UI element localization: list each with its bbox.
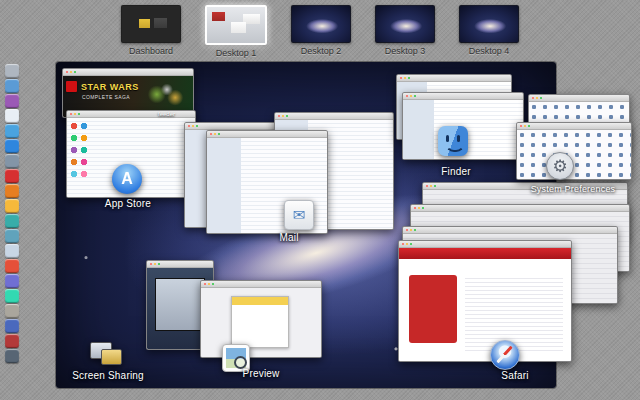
preview-content	[201, 288, 321, 357]
dock-app-icon[interactable]	[5, 259, 19, 273]
window-group-preview: Preview	[196, 278, 326, 382]
dock-app-icon[interactable]	[5, 139, 19, 153]
group-label-mail: Mail	[184, 232, 394, 243]
group-label-system-preferences: System Preferences	[512, 184, 634, 194]
window-titlebar	[517, 123, 631, 130]
app-store-icon-glyph: A	[121, 170, 133, 188]
window-titlebar	[411, 205, 629, 212]
space-thumbnail-desktop-4[interactable]	[459, 5, 519, 43]
banner-subtitle: COMPLETE SAGA	[82, 94, 130, 100]
dock-app-icon[interactable]	[5, 169, 19, 183]
dock-app-icon[interactable]	[5, 94, 19, 108]
window-group-mail: ✉ Mail	[184, 112, 394, 246]
group-label-screen-sharing: Screen Sharing	[56, 370, 160, 381]
preview-window-thumbnail[interactable]	[200, 280, 322, 358]
window-titlebar	[63, 69, 193, 76]
dock-app-icon[interactable]	[5, 319, 19, 333]
featured-app-label: feeder	[158, 111, 175, 117]
dock-app-icon[interactable]	[5, 109, 19, 123]
window-group-system-preferences: ⚙ System Preferences	[512, 94, 634, 198]
space-label: Desktop 3	[385, 46, 426, 56]
group-label-finder: Finder	[388, 166, 524, 177]
safari-window-thumbnail[interactable]	[398, 240, 572, 362]
dock	[2, 64, 21, 363]
space-desktop-2[interactable]: Desktop 2	[291, 5, 351, 58]
window-titlebar	[207, 131, 327, 138]
app-store-icon[interactable]: A	[112, 164, 142, 194]
space-label: Desktop 2	[301, 46, 342, 56]
window-titlebar	[201, 281, 321, 288]
space-thumbnail-desktop-3[interactable]	[375, 5, 435, 43]
group-label-preview: Preview	[196, 368, 326, 379]
system-preferences-window-thumbnail[interactable]	[516, 122, 632, 180]
lego-logo-icon	[66, 81, 77, 92]
dock-app-icon[interactable]	[5, 154, 19, 168]
safari-icon[interactable]	[490, 340, 520, 370]
window-group-app-store: STAR WARS COMPLETE SAGA feeder A App Sto…	[58, 66, 198, 212]
window-titlebar	[399, 241, 571, 248]
group-label-app-store: App Store	[58, 198, 198, 209]
window-group-safari: Safari	[396, 182, 634, 382]
system-preferences-gear-icon[interactable]: ⚙	[546, 152, 574, 180]
window-titlebar	[185, 123, 283, 130]
dock-app-icon[interactable]	[5, 334, 19, 348]
gear-icon-glyph: ⚙	[552, 158, 567, 175]
window-titlebar	[275, 113, 393, 120]
space-label: Desktop 4	[469, 46, 510, 56]
dock-app-icon[interactable]	[5, 244, 19, 258]
dock-app-icon[interactable]	[5, 304, 19, 318]
window-titlebar	[403, 227, 617, 234]
mail-icon-glyph: ✉	[293, 206, 306, 224]
group-label-safari: Safari	[396, 370, 634, 381]
space-desktop-3[interactable]: Desktop 3	[375, 5, 435, 58]
space-thumbnail-dashboard[interactable]	[121, 5, 181, 43]
space-label: Dashboard	[129, 46, 173, 56]
space-desktop-4[interactable]: Desktop 4	[459, 5, 519, 58]
banner-artwork	[143, 80, 189, 112]
dock-app-icon[interactable]	[5, 349, 19, 363]
window-titlebar	[147, 261, 213, 268]
mission-control-screen: Dashboard Desktop 1 Desktop 2 Desktop 3 …	[0, 0, 640, 400]
window-titlebar	[397, 75, 511, 82]
screen-sharing-icon[interactable]	[90, 342, 122, 368]
window-group-screen-sharing: Screen Sharing	[56, 258, 160, 382]
dock-app-icon[interactable]	[5, 64, 19, 78]
window-group-finder: Finder	[388, 74, 524, 178]
mail-icon[interactable]: ✉	[284, 200, 314, 230]
dock-app-icon[interactable]	[5, 289, 19, 303]
dock-app-icon[interactable]	[5, 79, 19, 93]
spaces-bar: Dashboard Desktop 1 Desktop 2 Desktop 3 …	[0, 5, 640, 58]
dock-app-icon[interactable]	[5, 274, 19, 288]
space-dashboard[interactable]: Dashboard	[121, 5, 181, 58]
safari-content	[399, 259, 571, 361]
dock-app-icon[interactable]	[5, 199, 19, 213]
system-preferences-content	[517, 130, 631, 179]
website-header-band	[399, 248, 571, 259]
space-thumbnail-desktop-1[interactable]	[205, 5, 267, 45]
dock-app-icon[interactable]	[5, 214, 19, 228]
dock-app-icon[interactable]	[5, 184, 19, 198]
window-titlebar	[403, 93, 523, 100]
finder-icon[interactable]	[438, 126, 468, 156]
dock-app-icon[interactable]	[5, 229, 19, 243]
space-desktop-1[interactable]: Desktop 1	[205, 5, 267, 58]
dock-app-icon[interactable]	[5, 124, 19, 138]
window-titlebar	[67, 111, 195, 118]
window-titlebar	[529, 95, 629, 102]
space-thumbnail-desktop-2[interactable]	[291, 5, 351, 43]
space-label: Desktop 1	[216, 48, 257, 58]
banner-title: STAR WARS	[81, 82, 139, 92]
